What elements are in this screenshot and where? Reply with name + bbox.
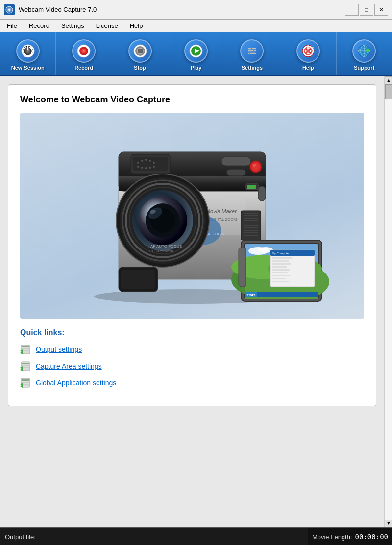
global-app-settings-text: Global Application settings xyxy=(36,379,116,387)
support-button[interactable]: Support xyxy=(337,32,392,75)
scroll-track[interactable] xyxy=(385,84,392,520)
camera-illustration: Screen Movie Maker 800x DIGITAL ZOOM 24x… xyxy=(55,123,329,309)
svg-rect-133 xyxy=(22,363,29,364)
svg-point-11 xyxy=(83,50,85,52)
svg-rect-114 xyxy=(272,263,291,265)
new-session-icon-bg xyxy=(16,39,40,63)
settings-icon xyxy=(245,44,259,58)
capture-area-settings-text: Capture Area settings xyxy=(36,362,102,370)
svg-rect-83 xyxy=(121,270,155,289)
settings-icon-bg xyxy=(240,39,264,63)
menu-file[interactable]: File xyxy=(2,21,22,30)
svg-line-31 xyxy=(306,49,307,50)
main-area: Welcome to Webcam Video Capture xyxy=(0,76,392,527)
svg-point-79 xyxy=(145,167,147,169)
stop-button[interactable]: Stop xyxy=(112,32,168,75)
svg-line-34 xyxy=(309,52,310,53)
quick-links-title: Quick links: xyxy=(20,328,364,337)
scroll-up-arrow[interactable]: ▲ xyxy=(385,76,392,84)
svg-rect-113 xyxy=(272,260,289,262)
title-bar-left: Webcam Video Capture 7.0 xyxy=(4,4,97,15)
menu-settings[interactable]: Settings xyxy=(56,21,89,30)
play-icon-bg xyxy=(184,39,208,63)
svg-rect-112 xyxy=(272,257,292,259)
svg-rect-129 xyxy=(22,350,29,351)
svg-rect-121 xyxy=(239,248,246,287)
svg-point-80 xyxy=(149,167,151,169)
global-app-settings-link[interactable]: Global Application settings xyxy=(20,377,364,388)
new-session-button[interactable]: New Session xyxy=(0,32,56,75)
close-button[interactable]: ✕ xyxy=(374,4,388,16)
svg-point-3 xyxy=(8,9,10,11)
record-label: Record xyxy=(74,65,93,71)
svg-point-68 xyxy=(252,163,260,171)
welcome-card: Welcome to Webcam Video Capture xyxy=(8,84,376,406)
scrollbar[interactable]: ▲ ▼ xyxy=(384,76,392,527)
svg-rect-128 xyxy=(22,348,29,349)
toolbar: New Session Record Stop xyxy=(0,32,392,76)
svg-line-33 xyxy=(306,52,307,53)
status-bar: Output file: Movie Length: 00:00:00 xyxy=(0,527,392,545)
svg-rect-115 xyxy=(272,266,287,268)
svg-rect-118 xyxy=(272,275,290,276)
svg-rect-116 xyxy=(272,269,290,271)
content-panel: Welcome to Webcam Video Capture xyxy=(0,76,384,527)
record-icon xyxy=(76,44,91,58)
svg-rect-127 xyxy=(22,346,29,347)
svg-rect-66 xyxy=(226,169,246,176)
welcome-title: Welcome to Webcam Video Capture xyxy=(20,95,364,105)
menu-license[interactable]: License xyxy=(91,21,123,30)
svg-line-32 xyxy=(309,49,310,50)
menu-help[interactable]: Help xyxy=(125,21,148,30)
svg-rect-140 xyxy=(22,382,29,383)
record-icon-bg xyxy=(72,39,96,63)
svg-point-74 xyxy=(145,159,147,161)
stop-label: Stop xyxy=(134,65,146,71)
maximize-button[interactable]: □ xyxy=(360,4,373,16)
svg-text:1:1.8/4.5-54mm: 1:1.8/4.5-54mm xyxy=(149,249,173,253)
play-button[interactable]: Play xyxy=(168,32,224,75)
svg-rect-117 xyxy=(272,272,288,273)
output-settings-text: Output settings xyxy=(36,346,82,353)
svg-rect-141 xyxy=(22,384,29,385)
svg-rect-65 xyxy=(221,157,251,166)
svg-rect-119 xyxy=(272,278,286,279)
svg-rect-139 xyxy=(22,379,29,381)
svg-rect-120 xyxy=(272,281,289,282)
svg-point-75 xyxy=(149,160,151,162)
svg-rect-15 xyxy=(138,49,143,53)
help-label: Help xyxy=(302,65,314,71)
scroll-down-arrow[interactable]: ▼ xyxy=(385,520,392,527)
svg-text:My Computer: My Computer xyxy=(272,252,290,255)
svg-point-76 xyxy=(153,162,155,164)
output-settings-link[interactable]: Output settings xyxy=(20,344,364,355)
menu-bar: File Record Settings License Help xyxy=(0,20,392,32)
svg-point-7 xyxy=(27,50,29,52)
settings-label: Settings xyxy=(242,65,263,71)
output-file-label: Output file: xyxy=(5,533,36,541)
svg-text:AF AUTO FOCUS: AF AUTO FOCUS xyxy=(150,244,182,248)
scroll-thumb[interactable] xyxy=(385,84,392,99)
movie-length-label: Movie Length: xyxy=(312,533,352,541)
new-session-icon xyxy=(21,44,35,58)
status-movie-length: Movie Length: 00:00:00 xyxy=(308,528,392,545)
svg-text:start: start xyxy=(246,293,255,297)
window-title: Webcam Video Capture 7.0 xyxy=(19,6,97,13)
help-button[interactable]: Help xyxy=(280,32,336,75)
settings-button[interactable]: Settings xyxy=(224,32,280,75)
svg-rect-71 xyxy=(133,157,168,171)
global-app-icon xyxy=(20,377,31,388)
stop-icon-bg xyxy=(128,39,152,63)
record-button[interactable]: Record xyxy=(56,32,112,75)
minimize-button[interactable]: — xyxy=(345,4,359,16)
help-icon xyxy=(301,44,316,58)
svg-rect-125 xyxy=(258,186,266,201)
status-output-file: Output file: xyxy=(0,533,308,541)
camera-container: Screen Movie Maker 800x DIGITAL ZOOM 24x… xyxy=(20,113,364,319)
svg-point-81 xyxy=(153,166,155,168)
svg-point-72 xyxy=(137,162,139,164)
svg-rect-134 xyxy=(22,365,29,366)
capture-area-settings-link[interactable]: Capture Area settings xyxy=(20,361,364,372)
svg-point-78 xyxy=(141,167,143,169)
menu-record[interactable]: Record xyxy=(24,21,54,30)
